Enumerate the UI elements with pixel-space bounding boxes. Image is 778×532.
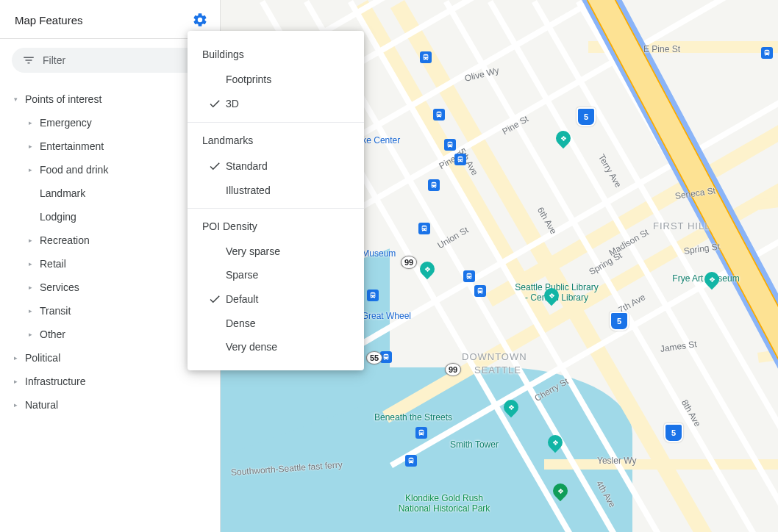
caret-placeholder: [26, 213, 34, 220]
tree-item-label: Food and drink: [40, 164, 108, 176]
transit-icon[interactable]: [454, 154, 466, 165]
caret-closed-icon: [26, 143, 34, 150]
dropdown-section-title: POI Density: [188, 216, 364, 240]
caret-closed-icon: [26, 331, 34, 338]
dropdown-option-footprints[interactable]: Footprints: [188, 68, 364, 91]
state-route-shield-icon: 99: [445, 363, 461, 376]
transit-icon[interactable]: [444, 139, 456, 151]
transit-icon[interactable]: [433, 109, 445, 121]
street-label: Yesler Wy: [597, 456, 636, 466]
district-label: FIRST HILL: [653, 220, 710, 231]
caret-closed-icon: [26, 166, 34, 173]
tree-item-label: Landmark: [40, 187, 85, 199]
dropdown-option-sparse[interactable]: Sparse: [188, 263, 364, 287]
caret-closed-icon: [12, 401, 19, 409]
caret-placeholder: [26, 190, 34, 197]
dropdown-option-standard[interactable]: Standard: [188, 154, 364, 179]
transit-icon[interactable]: [474, 285, 486, 297]
poi-label[interactable]: Klondike Gold RushNational Historical Pa…: [399, 493, 490, 514]
tree-item-label: Emergency: [40, 117, 92, 129]
dropdown-option-dense[interactable]: Dense: [188, 312, 364, 335]
caret-open-icon: [12, 96, 19, 103]
check-icon: [208, 292, 226, 306]
filter-icon: [22, 54, 35, 67]
dropdown-option-label: Dense: [226, 317, 255, 329]
transit-icon[interactable]: [415, 427, 427, 439]
interstate-shield-icon: 5: [577, 107, 596, 126]
dropdown-option-very-dense[interactable]: Very dense: [188, 335, 364, 359]
caret-closed-icon: [26, 260, 34, 267]
dropdown-option-label: Default: [226, 293, 258, 305]
caret-closed-icon: [26, 237, 34, 244]
dropdown-section-poi-density: POI DensityVery sparseSparseDefaultDense…: [188, 208, 364, 364]
tree-item-label: Services: [40, 281, 79, 293]
poi-label[interactable]: Beneath the Streets: [374, 412, 452, 423]
caret-closed-icon: [26, 284, 34, 291]
dropdown-option-default[interactable]: Default: [188, 287, 364, 312]
tree-item-label: Political: [25, 352, 60, 364]
dropdown-option-label: Illustrated: [226, 184, 271, 196]
dropdown-section-title: Buildings: [188, 44, 364, 68]
tree-item-natural[interactable]: Natural: [0, 393, 220, 417]
dropdown-option-3d[interactable]: 3D: [188, 91, 364, 116]
street-label: E Pine St: [643, 44, 680, 54]
transit-icon[interactable]: [761, 47, 773, 59]
dropdown-option-very-sparse[interactable]: Very sparse: [188, 240, 364, 263]
interstate-shield-icon: 5: [610, 312, 629, 331]
tree-item-label: Transit: [40, 305, 71, 317]
transit-icon[interactable]: [405, 455, 417, 467]
tree-item-label: Other: [40, 328, 65, 340]
caret-closed-icon: [26, 119, 34, 126]
transit-icon[interactable]: [418, 223, 430, 234]
transit-icon[interactable]: [420, 51, 432, 63]
tree-item-label: Entertainment: [40, 140, 104, 152]
settings-dropdown: BuildingsFootprints3DLandmarksStandardIl…: [188, 31, 364, 370]
state-route-shield-icon: 55: [366, 351, 382, 364]
dropdown-option-label: Standard: [226, 160, 268, 172]
dropdown-section-landmarks: LandmarksStandardIllustrated: [188, 122, 364, 208]
sidebar-title: Map Features: [15, 14, 83, 26]
tree-item-label: Lodging: [40, 211, 76, 223]
dropdown-section-title: Landmarks: [188, 130, 364, 154]
dropdown-option-label: Footprints: [226, 73, 271, 85]
gear-icon[interactable]: [192, 12, 208, 28]
transit-icon[interactable]: [428, 179, 440, 191]
dropdown-option-label: 3D: [226, 98, 239, 109]
filter-box[interactable]: [12, 48, 208, 73]
district-label: SEATTLE: [474, 364, 521, 375]
check-icon: [208, 159, 226, 173]
state-route-shield-icon: 99: [401, 256, 417, 269]
transit-icon[interactable]: [367, 290, 379, 301]
tree-item-label: Natural: [25, 399, 58, 411]
interstate-shield-icon: 5: [664, 423, 683, 442]
transit-icon[interactable]: [463, 270, 475, 282]
tree-item-label: Retail: [40, 258, 66, 270]
dropdown-option-label: Sparse: [226, 269, 258, 281]
caret-closed-icon: [12, 354, 19, 362]
dropdown-option-label: Very sparse: [226, 245, 280, 257]
filter-input[interactable]: [43, 54, 198, 66]
tree-item-label: Recreation: [40, 234, 90, 246]
dropdown-section-buildings: BuildingsFootprints3D: [188, 37, 364, 122]
district-label: DOWNTOWN: [462, 351, 527, 362]
dropdown-option-label: Very dense: [226, 341, 277, 353]
dropdown-option-illustrated[interactable]: Illustrated: [188, 179, 364, 202]
poi-label[interactable]: Smith Tower: [450, 439, 499, 450]
tree-item-infrastructure[interactable]: Infrastructure: [0, 370, 220, 393]
caret-closed-icon: [12, 378, 19, 385]
check-icon: [208, 97, 226, 110]
tree-item-label: Infrastructure: [25, 375, 85, 387]
caret-closed-icon: [26, 307, 34, 314]
tree-item-label: Points of interest: [25, 93, 101, 105]
